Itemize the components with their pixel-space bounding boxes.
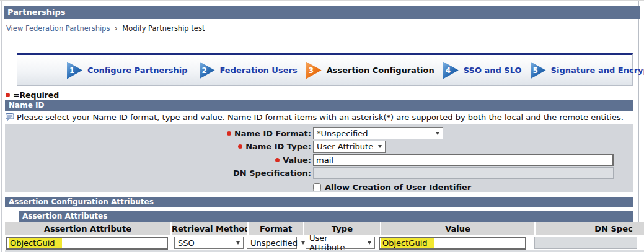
allow-creation-label: Allow Creation of User Identifier — [325, 183, 471, 192]
step-arrow-icon: 4 — [443, 62, 459, 79]
dn-specification-label: DN Specification: — [233, 168, 311, 178]
name-id-format-label-row: Name ID Format: — [5, 129, 313, 138]
required-bullet-icon — [275, 158, 280, 162]
name-id-type-label: Name ID Type: — [245, 142, 311, 151]
type-selected-value: User Attribute — [309, 233, 364, 250]
step-number: 3 — [309, 66, 314, 75]
dn-specification-label-row: DN Specification: — [5, 168, 313, 178]
step-label: SSO and SLO — [464, 66, 522, 75]
page-left-border — [1, 1, 2, 252]
dn-specification-input — [313, 167, 614, 179]
required-legend: =Required — [6, 90, 59, 100]
breadcrumb-link-view-federation-partnerships[interactable]: View Federation Partnerships — [6, 24, 110, 33]
assertion-attribute-input[interactable]: ObjectGuid — [6, 237, 168, 250]
name-id-format-select[interactable]: *Unspecified — [313, 127, 443, 139]
format-select[interactable]: Unspecified — [247, 237, 297, 249]
assertion-attributes-subheader: Assertion Attributes — [19, 211, 633, 222]
chevron-down-icon — [236, 241, 240, 245]
step-arrow-icon: 1 — [67, 62, 82, 79]
breadcrumb-separator: › — [115, 24, 118, 33]
column-header-assertion-attribute: Assertion Attribute — [5, 222, 170, 235]
dn-spec-input — [534, 237, 637, 249]
assertion-attributes-table: Assertion Attribute Retrieval Method For… — [5, 222, 644, 250]
breadcrumb: View Federation Partnerships › Modify Pa… — [6, 24, 205, 33]
retrieval-method-select[interactable]: SSO — [174, 237, 244, 249]
name-id-value-input[interactable] — [313, 154, 614, 166]
name-id-type-selected-value: User Attribute — [317, 142, 373, 151]
name-id-help-row: Please select your Name ID format, type … — [6, 113, 624, 122]
wizard-step-sso-and-slo[interactable]: 4 SSO and SLO — [443, 62, 522, 79]
required-bullet-icon — [238, 144, 242, 149]
name-id-value-label: Value: — [283, 155, 311, 165]
page-right-border — [638, 1, 639, 252]
required-legend-label: =Required — [13, 90, 59, 100]
column-header-value: Value — [381, 222, 534, 235]
chevron-down-icon — [436, 132, 439, 135]
page-title-bar: Partnerships — [4, 6, 640, 19]
page-title: Partnerships — [7, 7, 66, 17]
table-row: ObjectGuid SSO Unspecified User Attribut… — [5, 235, 644, 250]
wizard-step-assertion-configuration[interactable]: 3 Assertion Configuration — [306, 62, 434, 79]
name-id-format-selected-value: *Unspecified — [317, 129, 368, 138]
step-number: 4 — [446, 66, 451, 75]
step-number: 1 — [69, 66, 74, 75]
chevron-down-icon — [368, 241, 371, 245]
step-arrow-icon: 2 — [200, 62, 215, 79]
chevron-down-icon — [378, 145, 382, 148]
step-number: 2 — [202, 66, 207, 75]
name-id-format-label: Name ID Format: — [234, 129, 311, 138]
name-id-help-text: Please select your Name ID format, type … — [17, 113, 624, 122]
name-id-value-label-row: Value: — [5, 155, 313, 165]
help-note-icon — [6, 113, 14, 121]
highlighted-text: ObjectGuid — [381, 238, 434, 248]
step-number: 5 — [533, 66, 538, 75]
required-bullet-icon — [227, 131, 231, 136]
breadcrumb-current: Modify Partnership test — [122, 24, 205, 33]
allow-creation-checkbox[interactable] — [313, 183, 321, 191]
type-select[interactable]: User Attribute — [306, 237, 375, 249]
step-arrow-icon-active: 3 — [306, 62, 322, 79]
column-header-format: Format — [249, 222, 303, 235]
column-header-dn-spec: DN Spec — [536, 222, 644, 235]
step-label: Federation Users — [220, 66, 298, 75]
wizard-step-signature-and-encryption[interactable]: 5 Signature and Encryption — [531, 62, 644, 79]
column-header-retrieval-method: Retrieval Method — [172, 222, 247, 235]
retrieval-method-selected-value: SSO — [178, 238, 195, 248]
wizard-step-federation-users[interactable]: 2 Federation Users — [200, 62, 298, 79]
name-id-type-label-row: Name ID Type: — [5, 142, 313, 151]
name-id-section-header: Name ID — [5, 100, 633, 111]
name-id-form-panel: Name ID Format: *Unspecified Name ID Typ… — [5, 124, 633, 192]
assertion-configuration-attributes-header: Assertion Configuration Attributes — [5, 197, 633, 207]
wizard-steps-bar: 1 Configure Partnership 2 Federation Use… — [17, 53, 633, 86]
wizard-step-configure-partnership[interactable]: 1 Configure Partnership — [67, 62, 188, 79]
value-input[interactable]: ObjectGuid — [379, 237, 526, 250]
required-bullet-icon — [6, 93, 10, 97]
format-selected-value: Unspecified — [250, 238, 298, 248]
highlighted-text: ObjectGuid — [9, 238, 62, 248]
step-label: Configure Partnership — [87, 66, 188, 75]
step-label: Assertion Configuration — [327, 66, 434, 75]
name-id-type-select[interactable]: User Attribute — [313, 141, 386, 153]
step-arrow-icon: 5 — [531, 62, 546, 79]
step-label: Signature and Encryption — [551, 66, 644, 75]
